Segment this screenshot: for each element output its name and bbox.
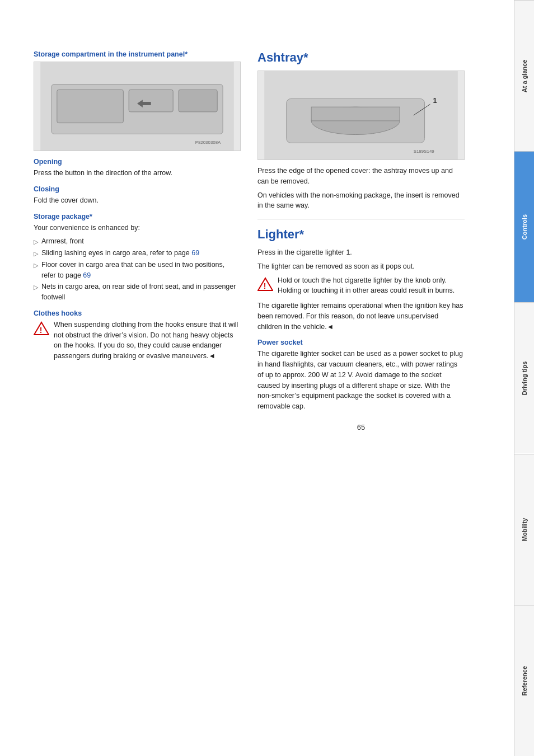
lighter-heading: Lighter* [257, 227, 465, 242]
bullet-arrow-icon: ▷ [34, 283, 38, 292]
svg-rect-4 [179, 90, 217, 112]
power-socket-text: The cigarette lighter socket can be used… [257, 349, 465, 412]
closing-heading: Closing [34, 185, 241, 193]
svg-text:S189S149: S189S149 [414, 149, 434, 154]
storage-compartment-heading: Storage compartment in the instrument pa… [34, 50, 241, 58]
power-socket-heading: Power socket [257, 339, 465, 346]
svg-text:P82030308A: P82030308A [195, 140, 221, 145]
ashtray-text1: Press the edge of the opened cover: the … [257, 166, 465, 187]
storage-package-list: ▷ Armrest, front ▷ Sliding lashing eyes … [34, 236, 241, 303]
ashtray-text2: On vehicles with the non-smoking package… [257, 190, 465, 212]
opening-text: Press the button in the direction of the… [34, 168, 241, 179]
instrument-panel-image: P82030308A [34, 62, 241, 151]
opening-heading: Opening [34, 158, 241, 166]
sidebar-tab-controls[interactable]: Controls [514, 151, 534, 302]
warning-triangle-icon: ! [34, 321, 49, 336]
ashtray-heading: Ashtray* [257, 50, 465, 65]
warning-triangle-icon-2: ! [257, 276, 273, 292]
storage-package-heading: Storage package* [34, 213, 241, 220]
section-divider [257, 219, 465, 219]
sidebar-tab-at-a-glance[interactable]: At a glance [514, 0, 534, 151]
clothes-hooks-warning-text: When suspending clothing from the hooks … [54, 320, 241, 361]
storage-package-intro: Your convenience is enhanced by: [34, 223, 241, 233]
lighter-text1: Press in the cigarette lighter 1. [257, 247, 465, 258]
svg-rect-12 [311, 107, 400, 121]
sidebar-tab-driving-tips[interactable]: Driving tips [514, 302, 534, 453]
lighter-text3: The cigarette lighter remains operationa… [257, 300, 465, 332]
list-item: ▷ Sliding lashing eyes in cargo area, re… [34, 248, 241, 259]
svg-text:1: 1 [433, 96, 437, 105]
sidebar-tab-mobility[interactable]: Mobility [514, 454, 534, 605]
ashtray-image: 1 S189S149 [257, 71, 465, 160]
bullet-arrow-icon: ▷ [34, 261, 38, 270]
svg-rect-3 [129, 90, 173, 112]
list-item: ▷ Armrest, front [34, 236, 241, 247]
svg-text:!: ! [40, 326, 43, 335]
link-page-69a[interactable]: 69 [191, 249, 199, 257]
list-item: ▷ Floor cover in cargo area that can be … [34, 260, 241, 281]
page-number: 65 [257, 423, 465, 431]
clothes-hooks-warning-box: ! When suspending clothing from the hook… [34, 320, 241, 361]
lighter-warning-text: Hold or touch the hot cigarette lighter … [278, 275, 465, 297]
bullet-arrow-icon: ▷ [34, 237, 38, 247]
closing-text: Fold the cover down. [34, 195, 241, 206]
svg-rect-2 [57, 90, 124, 123]
lighter-text2: The lighter can be removed as soon as it… [257, 261, 465, 272]
clothes-hooks-heading: Clothes hooks [34, 309, 241, 317]
list-item: ▷ Nets in cargo area, on rear side of fr… [34, 281, 241, 303]
link-page-69b[interactable]: 69 [83, 271, 91, 279]
lighter-warning-box: ! Hold or touch the hot cigarette lighte… [257, 275, 465, 297]
bullet-arrow-icon: ▷ [34, 249, 38, 259]
sidebar-tab-reference[interactable]: Reference [514, 605, 534, 756]
svg-text:!: ! [264, 281, 266, 290]
sidebar: At a glance Controls Driving tips Mobili… [514, 0, 534, 756]
